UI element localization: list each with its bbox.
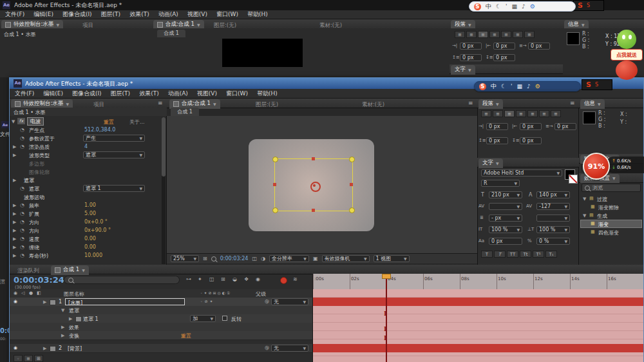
menu-window[interactable]: 窗口(W) [226, 90, 248, 98]
menu-view[interactable]: 视图(V) [187, 10, 207, 19]
menu-edit[interactable]: 编辑(E) [33, 10, 53, 19]
safe-areas-icon[interactable]: ⊞ [203, 256, 207, 262]
effect-reset-link[interactable]: 重置 [104, 119, 114, 126]
stopwatch-icon[interactable]: ◔ [20, 236, 24, 242]
mascot-badge[interactable]: 点我就送 [611, 49, 643, 61]
moon-icon[interactable]: ☾ [496, 3, 501, 10]
twirl-right-icon[interactable]: ▶ [13, 220, 16, 225]
punctuation-icon[interactable]: ' [511, 83, 512, 90]
auto-keyframe-icon[interactable]: ◉ [256, 276, 260, 282]
tab-character[interactable]: 文字▼ [478, 158, 503, 168]
prop-value[interactable]: 10.000 [84, 252, 102, 258]
justify-last-left-icon[interactable]: ≡ [516, 110, 526, 117]
tab-info[interactable]: 信息▼ [580, 99, 605, 109]
menu-animation[interactable]: 动画(A) [168, 90, 188, 98]
bg-space-after-field[interactable]: 0 px [493, 54, 515, 61]
effect-about-link[interactable]: 关于... [129, 119, 145, 126]
layer-color-chip[interactable] [50, 300, 56, 305]
mask-group-row[interactable]: ▼ 遮罩 [10, 306, 313, 315]
subscript-icon[interactable]: T₁ [545, 251, 557, 258]
effect-item[interactable]: 渐变擦除 [598, 204, 619, 211]
font-size-field[interactable]: 210 px▼ [489, 191, 522, 198]
twirl-right-icon[interactable]: ▶ [43, 346, 46, 351]
moon-icon[interactable]: ☾ [501, 83, 506, 90]
menu-help[interactable]: 帮助(H) [257, 90, 278, 98]
stroke-width-field[interactable]: - px▼ [489, 214, 522, 222]
current-time[interactable]: 0:00:03:24 [220, 256, 249, 262]
effects-category[interactable]: 过渡 [597, 196, 607, 203]
space-after-field[interactable]: 0 px [520, 137, 542, 144]
expand-transfer-controls-icon[interactable]: ◦ [14, 355, 23, 362]
vertical-scale-field[interactable]: 100 %▼ [489, 226, 522, 233]
tracking-field[interactable]: -127▼ [536, 203, 570, 210]
twirl-right-icon[interactable]: ▶ [13, 245, 16, 250]
mask-corner-handle[interactable] [272, 157, 278, 162]
twirl-right-icon[interactable]: ▶ [13, 253, 16, 258]
align-left-icon[interactable]: ≡ [481, 110, 491, 117]
tab-paragraph[interactable]: 段落▼ [478, 99, 503, 109]
stopwatch-icon[interactable]: ◔ [20, 202, 24, 208]
stopwatch-icon[interactable]: ◔ [20, 127, 24, 133]
eye-toggle-icon[interactable]: ◉ [14, 299, 17, 304]
stopwatch-icon[interactable]: ◔ [20, 211, 24, 216]
ime-mode-toggle[interactable]: 中 [486, 3, 491, 11]
twirl-down-icon[interactable]: ▼ [12, 119, 15, 124]
bg-first-line-field[interactable]: 0 px [528, 43, 550, 50]
horizontal-scale-field[interactable]: 100 %▼ [536, 226, 570, 233]
menu-layer[interactable]: 图层(T) [101, 10, 121, 19]
stroke-style-select[interactable]: ▼ [536, 214, 570, 222]
stopwatch-icon[interactable]: ◔ [20, 227, 24, 233]
wrench-icon[interactable]: ⚙ [535, 83, 540, 90]
brainstorm-icon[interactable]: ❖ [244, 276, 249, 282]
anchor-point-target[interactable] [310, 182, 321, 192]
panel-menu-icon[interactable]: ≡ [468, 100, 473, 106]
menu-effect[interactable]: 效果(T) [129, 10, 149, 19]
all-caps-icon[interactable]: TT [507, 251, 518, 258]
tsume-field[interactable]: 0 %▼ [536, 238, 570, 245]
expand-graph-icon[interactable]: ⊞ [34, 355, 43, 362]
leading-field[interactable]: 140 px▼ [536, 191, 570, 198]
twirl-right-icon[interactable]: ▶ [13, 144, 16, 149]
stopwatch-icon[interactable]: ◔ [20, 219, 24, 225]
frame-blending-icon[interactable]: ⊞ [221, 276, 225, 282]
sogou-window-fragment[interactable]: S S [573, 0, 604, 11]
baseline-shift-field[interactable]: 0 px [489, 238, 522, 245]
ime-toolbar[interactable]: S 中 ☾ ' ▦ ♪ ⚙ [474, 81, 581, 91]
menu-edit[interactable]: 编辑(E) [43, 90, 63, 98]
align-center-icon[interactable]: ≡ [493, 110, 503, 117]
twirl-down-icon[interactable]: ▼ [583, 213, 586, 218]
align-right-icon[interactable]: ≡ [504, 110, 515, 117]
mask-corner-handle[interactable] [349, 207, 355, 213]
punctuation-icon[interactable]: ' [506, 3, 507, 10]
layer-row-2[interactable]: ◉ ▶ 2 [背景] @ 无▼ [10, 344, 313, 353]
faux-bold-icon[interactable]: T [481, 251, 493, 258]
justify-last-center-icon[interactable]: ≡ [501, 31, 511, 38]
effect-item[interactable]: 四色渐变 [598, 229, 619, 236]
sogou-logo-icon[interactable]: S [479, 83, 486, 90]
twirl-right-icon[interactable]: ▶ [69, 316, 72, 321]
timeline-current-time[interactable]: 0:00:03:24 [14, 275, 64, 285]
mask-color-chip[interactable] [75, 316, 82, 322]
prop-value[interactable]: 0.00 [84, 244, 96, 250]
timeline-divider[interactable] [312, 274, 313, 362]
current-time-indicator-line[interactable] [386, 275, 387, 362]
align-left-icon[interactable]: ≡ [455, 31, 465, 38]
bg-comp-mini-tab[interactable]: 合成 1 [157, 30, 185, 37]
tab-timeline-comp[interactable]: 合成 1▼ [51, 265, 89, 275]
prop-value[interactable]: 1.00 [84, 202, 96, 208]
twirl-right-icon[interactable]: ▶ [13, 211, 16, 216]
panel-menu-icon[interactable]: ≡ [570, 100, 575, 106]
timeline-search-input[interactable] [64, 276, 180, 284]
sogou-window-fragment[interactable]: S S [582, 79, 612, 90]
menu-help[interactable]: 帮助(H) [247, 10, 268, 19]
skin-icon[interactable]: ♪ [522, 3, 526, 10]
effects-category[interactable]: 生成 [597, 213, 607, 220]
menu-effect[interactable]: 效果(T) [139, 90, 159, 98]
wrench-icon[interactable]: ⚙ [530, 3, 535, 10]
tab-footage[interactable]: 素材:(无) [358, 100, 388, 110]
prop-value[interactable]: 0.00 [84, 236, 96, 242]
small-caps-icon[interactable]: Tt [520, 251, 531, 258]
keyboard-icon[interactable]: ▦ [517, 83, 523, 90]
twirl-right-icon[interactable]: ▶ [43, 300, 46, 305]
justify-last-right-icon[interactable]: ≡ [513, 31, 523, 38]
